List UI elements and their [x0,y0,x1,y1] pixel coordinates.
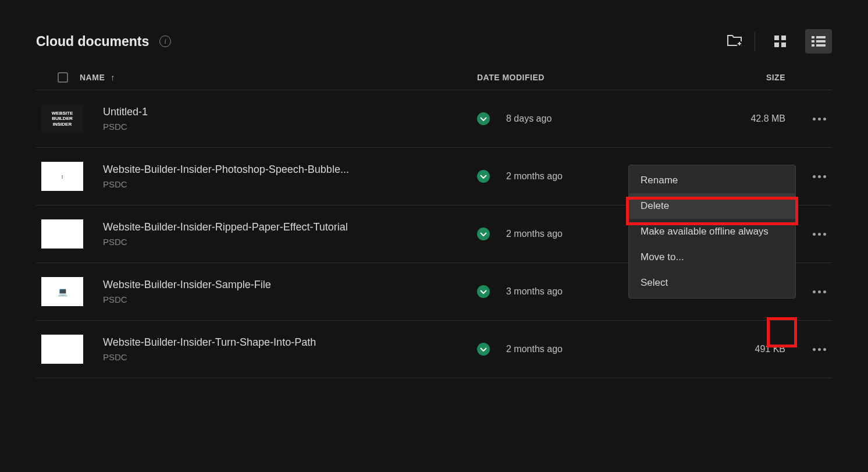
sync-status-cell [477,170,506,183]
page-header: Cloud documents i [0,0,868,65]
context-menu-select[interactable]: Select [629,270,795,296]
file-name: Website-Builder-Insider-Turn-Shape-Into-… [103,336,477,349]
sync-icon [477,228,490,240]
file-name: Website-Builder-Insider-Ripped-Paper-Eff… [103,221,477,233]
thumbnail-cell: WEBSITEBUILDERINSIDER [36,104,103,133]
sort-arrow-icon: ↑ [111,73,115,82]
file-thumbnail [41,219,83,249]
toolbar-divider [755,31,755,51]
thumbnail-cell [36,335,103,364]
svg-rect-1 [774,36,779,40]
context-menu-rename[interactable]: Rename [629,168,795,193]
info-icon[interactable]: i [159,36,171,47]
file-name: Untitled-1 [103,106,477,118]
context-menu-offline[interactable]: Make available offline always [629,219,795,244]
table-row[interactable]: Website-Builder-Insider-Turn-Shape-Into-… [36,321,832,378]
thumbnail-cell [36,219,103,249]
date-modified: 2 months ago [506,344,710,354]
svg-rect-8 [816,40,826,42]
svg-rect-2 [781,36,786,40]
thumbnail-cell: 💻 [36,277,103,306]
table-row[interactable]: WEBSITEBUILDERINSIDER Untitled-1 PSDC 8 … [36,90,832,148]
sync-status-cell [477,343,506,356]
file-type: PSDC [103,122,477,132]
svg-rect-5 [812,36,814,38]
actions-cell [785,114,832,124]
header-right [727,29,832,54]
grid-view-button[interactable] [767,29,794,54]
file-info: Website-Builder-Insider-Ripped-Paper-Eff… [103,221,477,247]
svg-rect-9 [812,44,814,47]
file-size: 491 KB [710,344,785,354]
name-column-header[interactable]: NAME ↑ [80,73,477,82]
sync-icon [477,112,490,125]
sync-icon [477,170,490,183]
svg-rect-6 [816,36,826,38]
date-header-label: DATE MODIFIED [477,73,545,82]
size-header-label: SIZE [766,73,785,82]
new-folder-icon[interactable] [727,33,743,49]
file-type: PSDC [103,352,477,362]
file-info: Website-Builder-Insider-Photoshop-Speech… [103,164,477,189]
table-header-row: NAME ↑ DATE MODIFIED SIZE [36,65,832,90]
svg-rect-3 [774,42,779,47]
date-column-header[interactable]: DATE MODIFIED [477,73,710,82]
thumbnail-cell: ↕ [36,162,103,191]
file-type: PSDC [103,179,477,189]
header-left: Cloud documents i [36,34,171,49]
file-thumbnail: 💻 [41,277,83,306]
context-menu-delete[interactable]: Delete [629,193,795,219]
select-all-checkbox[interactable] [58,72,68,83]
more-actions-button[interactable] [809,172,830,182]
file-thumbnail: WEBSITEBUILDERINSIDER [41,104,83,133]
file-info: Untitled-1 PSDC [103,106,477,132]
size-column-header[interactable]: SIZE [710,73,785,82]
more-actions-button[interactable] [809,229,830,239]
sync-status-cell [477,228,506,240]
svg-rect-4 [781,42,786,47]
context-menu: Rename Delete Make available offline alw… [628,165,796,299]
list-view-button[interactable] [805,29,832,54]
sync-status-cell [477,285,506,298]
file-thumbnail [41,335,83,364]
file-type: PSDC [103,294,477,304]
svg-rect-7 [812,40,814,42]
sync-icon [477,285,490,298]
name-header-label: NAME [80,73,105,82]
more-actions-button[interactable] [809,287,830,297]
file-thumbnail: ↕ [41,162,83,191]
more-actions-button[interactable] [809,114,830,124]
select-all-cell [36,72,80,83]
file-name: Website-Builder-Insider-Photoshop-Speech… [103,164,477,176]
date-modified: 8 days ago [506,113,710,124]
sync-icon [477,343,490,356]
file-type: PSDC [103,237,477,247]
sync-status-cell [477,112,506,125]
actions-cell [785,345,832,354]
svg-rect-10 [816,44,826,47]
page-title: Cloud documents [36,34,149,49]
file-info: Website-Builder-Insider-Sample-File PSDC [103,279,477,304]
file-name: Website-Builder-Insider-Sample-File [103,279,477,291]
file-info: Website-Builder-Insider-Turn-Shape-Into-… [103,336,477,362]
more-actions-button[interactable] [809,345,830,354]
context-menu-moveto[interactable]: Move to... [629,244,795,270]
file-size: 42.8 MB [710,113,785,124]
